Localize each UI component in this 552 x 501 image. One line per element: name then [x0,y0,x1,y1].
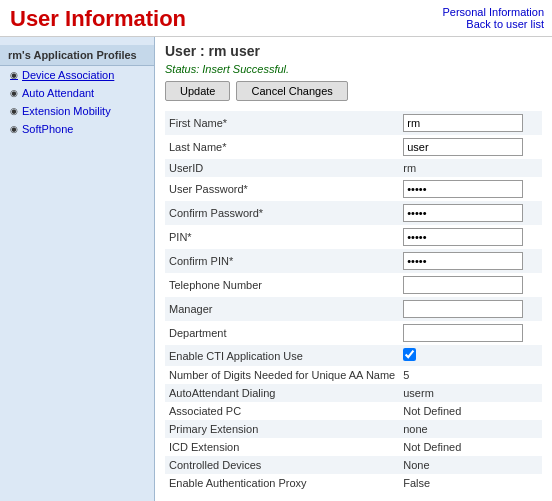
form-row: UserIDrm [165,159,542,177]
field-checkbox-enablectiapplicationuse[interactable] [403,348,416,361]
sidebar-label-device-association: Device Association [22,69,114,81]
sidebar: rm's Application Profiles ◉Device Associ… [0,37,155,501]
field-label: Telephone Number [165,273,399,297]
cancel-button[interactable]: Cancel Changes [236,81,347,101]
field-password-pin[interactable] [403,228,523,246]
field-label: Department [165,321,399,345]
sidebar-icon-device-association: ◉ [10,70,18,80]
sidebar-icon-softphone: ◉ [10,124,18,134]
field-static-enableauthenticationproxy: False [403,477,430,489]
sidebar-label-auto-attendant: Auto Attendant [22,87,94,99]
form-row: First Name* [165,111,542,135]
form-row: Primary Extensionnone [165,420,542,438]
field-label: Associated PC [165,402,399,420]
sidebar-items: ◉Device Association◉Auto Attendant◉Exten… [0,66,154,138]
field-input-firstname[interactable] [403,114,523,132]
form-row: Controlled DevicesNone [165,456,542,474]
form-row: ICD ExtensionNot Defined [165,438,542,456]
sidebar-item-softphone[interactable]: ◉SoftPhone [0,120,154,138]
field-label: Enable Authentication Proxy [165,474,399,492]
form-row: Manager [165,297,542,321]
status-line: Status: Insert Successful. [165,63,542,75]
field-static-userid: rm [403,162,416,174]
field-input-department[interactable] [403,324,523,342]
field-label: Last Name* [165,135,399,159]
form-row: Enable Authentication ProxyFalse [165,474,542,492]
field-label: AutoAttendant Dialing [165,384,399,402]
field-label: Confirm PIN* [165,249,399,273]
field-password-userpassword[interactable] [403,180,523,198]
main-layout: rm's Application Profiles ◉Device Associ… [0,37,552,501]
sidebar-label-extension-mobility: Extension Mobility [22,105,111,117]
field-label: UserID [165,159,399,177]
top-links: Personal Information Back to user list [443,6,545,30]
field-input-telephonenumber[interactable] [403,276,523,294]
field-static-numberofdigitsneededforuniqueaaname: 5 [403,369,409,381]
sidebar-label-softphone: SoftPhone [22,123,73,135]
field-static-autoattendantdialing: userm [403,387,434,399]
field-static-primaryextension: none [403,423,427,435]
form-row: PIN* [165,225,542,249]
back-to-list-link[interactable]: Back to user list [443,18,545,30]
personal-info-link[interactable]: Personal Information [443,6,545,18]
sidebar-item-auto-attendant[interactable]: ◉Auto Attendant [0,84,154,102]
field-label: Enable CTI Application Use [165,345,399,366]
sidebar-section-title: rm's Application Profiles [0,45,154,66]
sidebar-icon-auto-attendant: ◉ [10,88,18,98]
user-form-table: First Name*Last Name*UserIDrmUser Passwo… [165,111,542,492]
field-label: Number of Digits Needed for Unique AA Na… [165,366,399,384]
field-label: Controlled Devices [165,456,399,474]
action-buttons: Update Cancel Changes [165,81,542,101]
form-row: Number of Digits Needed for Unique AA Na… [165,366,542,384]
field-label: First Name* [165,111,399,135]
sidebar-icon-extension-mobility: ◉ [10,106,18,116]
sidebar-item-extension-mobility[interactable]: ◉Extension Mobility [0,102,154,120]
form-row: Last Name* [165,135,542,159]
field-label: Confirm Password* [165,201,399,225]
form-row: Enable CTI Application Use [165,345,542,366]
field-static-controlleddevices: None [403,459,429,471]
field-label: User Password* [165,177,399,201]
form-row: Telephone Number [165,273,542,297]
field-password-confirmpin[interactable] [403,252,523,270]
form-row: Confirm PIN* [165,249,542,273]
form-row: AutoAttendant Dialinguserm [165,384,542,402]
main-content: User : rm user Status: Insert Successful… [155,37,552,501]
field-password-confirmpassword[interactable] [403,204,523,222]
user-title: User : rm user [165,43,542,59]
form-row: Associated PCNot Defined [165,402,542,420]
field-static-icdextension: Not Defined [403,441,461,453]
field-input-lastname[interactable] [403,138,523,156]
field-static-associatedpc: Not Defined [403,405,461,417]
field-label: PIN* [165,225,399,249]
update-button[interactable]: Update [165,81,230,101]
field-input-manager[interactable] [403,300,523,318]
form-row: User Password* [165,177,542,201]
sidebar-item-device-association[interactable]: ◉Device Association [0,66,154,84]
form-row: Confirm Password* [165,201,542,225]
field-label: Primary Extension [165,420,399,438]
form-row: Department [165,321,542,345]
field-label: Manager [165,297,399,321]
field-label: ICD Extension [165,438,399,456]
